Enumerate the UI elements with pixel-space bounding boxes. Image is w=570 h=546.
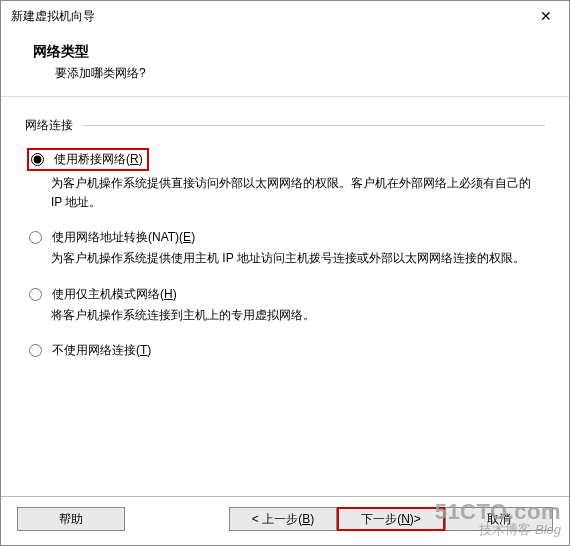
radio-row-bridged[interactable]: 使用桥接网络(R) <box>29 151 143 168</box>
network-fieldset: 网络连接 使用桥接网络(R) 为客户机操作系统提供直接访问外部以太网网络的权限。… <box>25 117 545 359</box>
option-nat: 使用网络地址转换(NAT)(E) 为客户机操作系统提供使用主机 IP 地址访问主… <box>27 229 545 268</box>
back-button[interactable]: < 上一步(B) <box>229 507 337 531</box>
next-button[interactable]: 下一步(N) > <box>337 507 445 531</box>
radio-hostonly-label: 使用仅主机模式网络(H) <box>52 286 177 303</box>
radio-row-none[interactable]: 不使用网络连接(T) <box>27 342 545 359</box>
page-subtitle: 要添加哪类网络? <box>33 65 569 82</box>
radio-row-hostonly[interactable]: 使用仅主机模式网络(H) <box>27 286 545 303</box>
footer: 帮助 < 上一步(B) 下一步(N) > 取消 <box>1 496 569 545</box>
window-title: 新建虚拟机向导 <box>11 8 95 25</box>
page-title: 网络类型 <box>33 43 569 61</box>
option-hostonly: 使用仅主机模式网络(H) 将客户机操作系统连接到主机上的专用虚拟网络。 <box>27 286 545 325</box>
radio-bridged[interactable] <box>31 153 44 166</box>
option-nat-desc: 为客户机操作系统提供使用主机 IP 地址访问主机拨号连接或外部以太网网络连接的权… <box>51 249 545 268</box>
help-button[interactable]: 帮助 <box>17 507 125 531</box>
radio-bridged-label: 使用桥接网络(R) <box>54 151 143 168</box>
option-hostonly-desc: 将客户机操作系统连接到主机上的专用虚拟网络。 <box>51 306 545 325</box>
header: 网络类型 要添加哪类网络? <box>1 31 569 97</box>
nav-button-group: < 上一步(B) 下一步(N) > 取消 <box>229 507 553 531</box>
close-button[interactable]: ✕ <box>525 2 567 30</box>
cancel-button[interactable]: 取消 <box>445 507 553 531</box>
radio-none[interactable] <box>29 344 42 357</box>
radio-row-nat[interactable]: 使用网络地址转换(NAT)(E) <box>27 229 545 246</box>
radio-hostonly[interactable] <box>29 288 42 301</box>
radio-nat[interactable] <box>29 231 42 244</box>
highlight-selected-option: 使用桥接网络(R) <box>27 148 149 171</box>
radio-nat-label: 使用网络地址转换(NAT)(E) <box>52 229 195 246</box>
radio-none-label: 不使用网络连接(T) <box>52 342 151 359</box>
option-none: 不使用网络连接(T) <box>27 342 545 359</box>
option-bridged: 使用桥接网络(R) 为客户机操作系统提供直接访问外部以太网网络的权限。客户机在外… <box>27 148 545 211</box>
fieldset-divider <box>83 125 545 126</box>
fieldset-legend: 网络连接 <box>25 117 77 134</box>
wizard-window: 新建虚拟机向导 ✕ 网络类型 要添加哪类网络? 网络连接 使用桥接网络(R) <box>0 0 570 546</box>
options-group: 使用桥接网络(R) 为客户机操作系统提供直接访问外部以太网网络的权限。客户机在外… <box>25 134 545 359</box>
close-icon: ✕ <box>540 8 552 24</box>
option-bridged-desc: 为客户机操作系统提供直接访问外部以太网网络的权限。客户机在外部网络上必须有自己的… <box>51 174 545 211</box>
titlebar: 新建虚拟机向导 ✕ <box>1 1 569 31</box>
content-area: 网络连接 使用桥接网络(R) 为客户机操作系统提供直接访问外部以太网网络的权限。… <box>1 97 569 359</box>
